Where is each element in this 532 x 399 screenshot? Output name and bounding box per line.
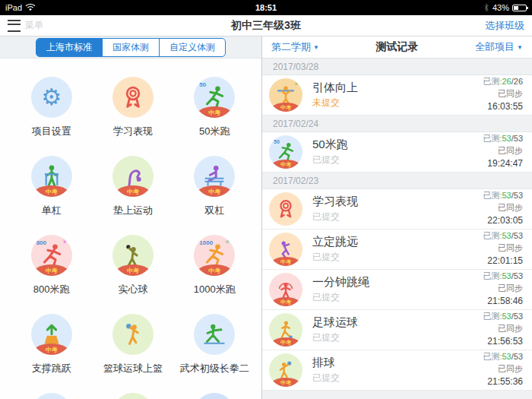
record-time: 21:56:53 xyxy=(483,335,523,348)
select-class-link[interactable]: 选择班级 xyxy=(485,19,524,33)
record-row[interactable]: ♂中考引体向上未提交已测:26/26已同步16:03:55 xyxy=(262,75,532,116)
project-icon xyxy=(112,314,154,355)
record-time: 21:55:36 xyxy=(483,375,523,388)
record-status: 已提交 xyxy=(312,154,483,166)
record-meta: 已测:53/53已同步21:58:46 xyxy=(483,271,523,308)
project-icon xyxy=(31,393,72,399)
grid-item[interactable]: 中考单杠 xyxy=(11,156,92,235)
distance-label: 50 xyxy=(274,139,280,144)
record-icon: 中考 xyxy=(269,233,302,266)
record-icon: ♂中考 xyxy=(269,78,302,112)
record-meta: 已测:53/53已同步22:01:15 xyxy=(483,230,523,268)
grid-item[interactable]: 中考支撑跳跃 xyxy=(11,314,92,393)
records-header: 第二学期 ▼ 测试记录 全部项目 ▼ xyxy=(262,36,532,59)
record-row[interactable]: 中考一分钟跳绳已提交已测:53/53已同步21:58:46 xyxy=(262,270,532,310)
tested-count: 已测:53/53 xyxy=(483,271,523,283)
date-header: 2017/02/24 xyxy=(262,116,532,132)
record-row[interactable]: 中考排球已提交已测:53/53已同步21:55:36 xyxy=(262,350,532,391)
grid-item-partial[interactable] xyxy=(11,393,92,399)
project-icon: 中考 xyxy=(194,156,235,197)
grid-item[interactable]: 学习表现 xyxy=(92,77,173,156)
record-main: 一分钟跳绳已提交 xyxy=(312,275,483,304)
grid-item-label: 篮球运球上篮 xyxy=(103,362,163,375)
record-main: 引体向上未提交 xyxy=(312,81,483,109)
project-icon: 中考 xyxy=(112,235,154,276)
project-icon xyxy=(194,314,235,355)
standards-tabs-strip: 上海市标准国家体测自定义体测 xyxy=(0,36,261,59)
distance-label: 1000 xyxy=(199,239,213,246)
record-row[interactable]: 学习表现已提交已测:53/53已同步22:03:05 xyxy=(262,189,532,230)
sync-status: 已同步 xyxy=(483,363,523,375)
grid-item[interactable]: 中考垫上运动 xyxy=(92,156,173,235)
project-icon: 中考 xyxy=(112,156,154,197)
grid-item-label: 双杠 xyxy=(204,204,224,217)
page-title: 初中三年级3班 xyxy=(0,19,532,33)
record-icon: 50中考 xyxy=(269,135,302,169)
battery-percent: 43% xyxy=(492,3,509,12)
caret-down-icon: ▼ xyxy=(313,44,319,51)
tab-0[interactable]: 上海市标准 xyxy=(36,39,102,56)
record-meta: 已测:53/53已同步21:55:36 xyxy=(483,351,523,388)
record-time: 22:01:15 xyxy=(483,255,523,268)
grid-item[interactable]: 中考实心球 xyxy=(92,235,173,314)
records-panel: 第二学期 ▼ 测试记录 全部项目 ▼ 2017/03/28♂中考引体向上未提交已… xyxy=(262,36,532,399)
record-icon: 中考 xyxy=(269,273,302,306)
grid-item[interactable]: 1000♂中考1000米跑 xyxy=(174,235,255,314)
grid-item-partial[interactable] xyxy=(174,393,255,399)
tested-count: 已测:53/53 xyxy=(483,311,523,323)
distance-label: 800 xyxy=(36,239,46,246)
record-time: 21:58:46 xyxy=(483,295,523,308)
menu-button[interactable]: 菜单 xyxy=(8,19,43,32)
date-header: 2017/03/28 xyxy=(262,59,532,75)
sync-status: 已同步 xyxy=(483,88,523,100)
record-icon: 中考 xyxy=(269,353,302,387)
tested-count: 已测:53/53 xyxy=(483,133,523,145)
grid-item-label: 支撑跳跃 xyxy=(32,362,71,375)
record-main: 排球已提交 xyxy=(312,356,483,385)
record-status: 已提交 xyxy=(312,211,483,223)
project-icon: 800♀中考 xyxy=(31,235,72,276)
grid-item[interactable]: 武术初级长拳二 xyxy=(174,314,255,393)
project-filter[interactable]: 全部项目 ▼ xyxy=(475,40,523,54)
caret-down-icon: ▼ xyxy=(517,44,523,51)
tab-1[interactable]: 国家体测 xyxy=(102,39,159,56)
grid-item[interactable]: ⚙项目设置 xyxy=(11,77,92,156)
records-list: 2017/03/28♂中考引体向上未提交已测:26/26已同步16:03:552… xyxy=(262,59,532,399)
record-row[interactable]: 中考立定跳远已提交已测:53/53已同步22:01:15 xyxy=(262,230,532,270)
grid-item-partial[interactable] xyxy=(92,393,173,399)
tab-2[interactable]: 自定义体测 xyxy=(159,39,225,56)
grid-item[interactable]: 篮球运球上篮 xyxy=(92,314,173,393)
record-name: 立定跳远 xyxy=(312,235,483,249)
record-name: 50米跑 xyxy=(312,138,483,152)
sync-status: 已同步 xyxy=(483,323,523,335)
grid-item-label: 武术初级长拳二 xyxy=(180,362,249,375)
record-icon xyxy=(269,192,302,226)
project-icon: 中考 xyxy=(31,314,72,355)
project-icon: 50中考 xyxy=(194,77,235,118)
grid-item[interactable]: 中考双杠 xyxy=(174,156,255,235)
grid-item-label: 50米跑 xyxy=(199,125,230,138)
record-main: 学习表现已提交 xyxy=(312,195,483,223)
record-time: 16:03:55 xyxy=(483,100,523,113)
grid-item[interactable]: 50中考50米跑 xyxy=(174,77,255,156)
record-meta: 已测:26/26已同步16:03:55 xyxy=(483,76,523,113)
record-row[interactable]: 50中考50米跑已提交已测:53/53已同步19:24:47 xyxy=(262,132,532,173)
date-header: 2017/02/23 xyxy=(262,173,532,189)
sync-status: 已同步 xyxy=(483,283,523,295)
record-name: 足球运球 xyxy=(312,315,483,330)
record-row[interactable]: 中考足球运球已提交已测:53/53已同步21:56:53 xyxy=(262,310,532,350)
content: 上海市标准国家体测自定义体测 ⚙项目设置学习表现50中考50米跑中考单杠中考垫上… xyxy=(0,36,532,399)
record-time: 22:03:05 xyxy=(483,214,523,227)
sync-status: 已同步 xyxy=(483,202,523,214)
date-header-partial xyxy=(262,391,532,399)
record-status: 未提交 xyxy=(312,97,483,109)
status-right: 43% xyxy=(483,3,527,12)
record-name: 排球 xyxy=(312,356,483,370)
projects-panel: 上海市标准国家体测自定义体测 ⚙项目设置学习表现50中考50米跑中考单杠中考垫上… xyxy=(0,36,262,399)
semester-filter[interactable]: 第二学期 ▼ xyxy=(271,40,319,54)
record-meta: 已测:53/53已同步19:24:47 xyxy=(483,133,523,170)
grid-item[interactable]: 800♀中考800米跑 xyxy=(11,235,92,314)
project-icon: ⚙ xyxy=(31,77,72,118)
record-meta: 已测:53/53已同步21:56:53 xyxy=(483,311,523,348)
record-main: 立定跳远已提交 xyxy=(312,235,483,264)
